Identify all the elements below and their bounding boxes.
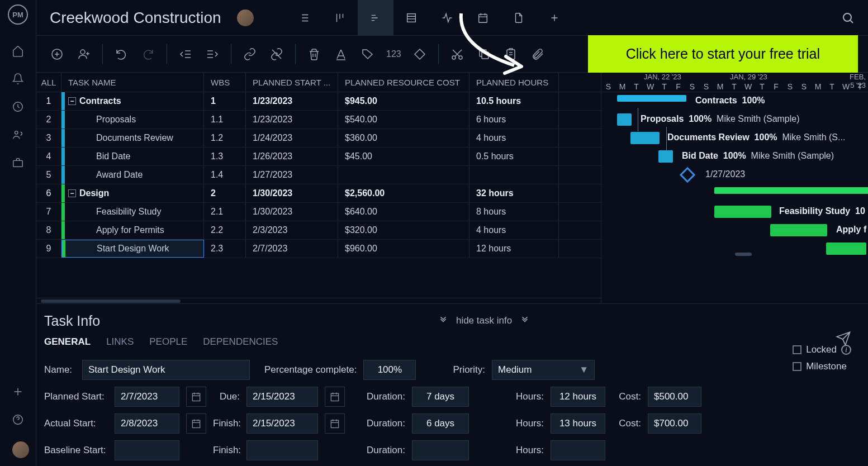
col-wbs[interactable]: WBS [204, 73, 246, 92]
delete-button[interactable] [303, 44, 325, 65]
attach-button[interactable] [527, 44, 548, 65]
collapse-icon[interactable]: − [68, 97, 76, 105]
bhours-input[interactable] [551, 440, 605, 460]
redo-button[interactable] [137, 44, 159, 65]
view-add[interactable] [537, 0, 572, 36]
gantt-day: T [657, 82, 671, 92]
calendar-icon[interactable] [325, 413, 345, 434]
view-calendar[interactable] [465, 0, 501, 36]
bfinish-input[interactable] [246, 440, 318, 460]
calendar-icon[interactable] [325, 387, 345, 407]
task-name: Proposals [96, 115, 136, 125]
view-activity[interactable] [429, 0, 465, 36]
search-icon[interactable] [841, 11, 855, 25]
unlink-button[interactable] [266, 44, 287, 65]
outdent-button[interactable] [175, 44, 196, 65]
project-avatar[interactable] [237, 9, 254, 26]
gantt-day: W [839, 82, 853, 92]
table-row[interactable]: 4Bid Date1.31/26/2023$45.000.5 hours [36, 148, 601, 166]
logo[interactable]: PM [8, 4, 28, 25]
tab-people[interactable]: PEOPLE [149, 336, 187, 348]
col-all[interactable]: ALL [36, 73, 61, 92]
home-icon[interactable] [12, 45, 24, 57]
link-button[interactable] [239, 44, 260, 65]
milestone-checkbox[interactable]: Milestone [793, 361, 851, 372]
svg-rect-16 [331, 420, 338, 427]
hours1-input[interactable] [551, 387, 605, 407]
copy-button[interactable] [473, 44, 495, 65]
col-start[interactable]: PLANNED START ... [246, 73, 338, 92]
table-row[interactable]: 8Apply for Permits2.22/3/2023$320.004 ho… [36, 221, 601, 240]
briefcase-icon[interactable] [12, 156, 24, 169]
add-task-button[interactable] [46, 44, 68, 65]
calendar-icon[interactable] [186, 387, 206, 407]
gantt-day: W [643, 82, 657, 92]
bdur-input[interactable] [412, 440, 469, 460]
chevron-down-icon[interactable] [520, 316, 530, 326]
hours2-input[interactable] [551, 413, 605, 434]
tab-links[interactable]: LINKS [106, 336, 134, 348]
task-name: Contracts [79, 96, 121, 106]
add-user-button[interactable] [73, 44, 94, 65]
h-scrollbar[interactable] [36, 298, 601, 303]
pct-input[interactable] [363, 360, 416, 380]
bstart-input[interactable] [115, 440, 179, 460]
indent-button[interactable] [202, 44, 223, 65]
dur1-input[interactable] [412, 387, 469, 407]
bell-icon[interactable] [12, 73, 24, 85]
dur2-input[interactable] [412, 413, 469, 434]
table-row[interactable]: 7Feasibility Study2.11/30/2023$640.008 h… [36, 203, 601, 221]
milestone-button[interactable] [409, 44, 430, 65]
table-row[interactable]: 1−Contracts11/23/2023$945.0010.5 hours [36, 92, 601, 111]
table-row[interactable]: 3Documents Review1.21/24/2023$360.004 ho… [36, 129, 601, 148]
undo-button[interactable] [111, 44, 132, 65]
gantt-day: F [769, 82, 783, 92]
svg-point-10 [459, 56, 462, 59]
info-icon[interactable]: i [841, 345, 851, 355]
collapse-icon[interactable]: − [68, 189, 76, 197]
view-board[interactable] [322, 0, 358, 36]
cta-button[interactable]: Click here to start your free trial [588, 35, 858, 73]
table-row[interactable]: 2Proposals1.11/23/2023$540.006 hours [36, 111, 601, 129]
paste-button[interactable] [500, 44, 521, 65]
priority-select[interactable]: Medium▼ [492, 360, 595, 380]
users-icon[interactable] [12, 129, 24, 141]
svg-rect-5 [478, 14, 487, 22]
view-sheet[interactable] [393, 0, 429, 36]
text-button[interactable] [330, 44, 352, 65]
table-row[interactable]: 9Start Design Work2.32/7/2023$960.0012 h… [36, 240, 601, 258]
help-icon[interactable] [12, 413, 24, 426]
clock-icon[interactable] [12, 101, 24, 113]
astart-input[interactable] [115, 413, 179, 434]
view-gantt[interactable] [358, 0, 393, 36]
view-file[interactable] [501, 0, 537, 36]
locked-checkbox[interactable]: Lockedi [793, 344, 851, 355]
pstart-input[interactable] [115, 387, 179, 407]
gantt-day: S [783, 82, 797, 92]
col-hours[interactable]: PLANNED HOURS [469, 73, 559, 92]
calendar-icon[interactable] [186, 413, 206, 434]
user-avatar[interactable] [12, 441, 29, 458]
view-list[interactable] [286, 0, 322, 36]
plus-icon[interactable] [12, 386, 24, 398]
cost1-input[interactable] [648, 387, 701, 407]
cut-button[interactable] [447, 44, 468, 65]
gantt-day: T [727, 82, 741, 92]
cost2-input[interactable] [648, 413, 701, 434]
table-row[interactable]: 6−Design21/30/2023$2,560.0032 hours [36, 184, 601, 203]
tag-button[interactable] [357, 44, 378, 65]
col-cost[interactable]: PLANNED RESOURCE COST [338, 73, 469, 92]
gantt-scrollbar[interactable] [735, 253, 752, 256]
chevron-down-icon[interactable] [438, 316, 448, 326]
due-input[interactable] [246, 387, 318, 407]
tab-general[interactable]: GENERAL [44, 336, 91, 348]
tab-dependencies[interactable]: DEPENDENCIES [203, 336, 278, 348]
table-row[interactable]: 5Award Date1.41/27/2023 [36, 166, 601, 184]
finish-input[interactable] [246, 413, 318, 434]
gantt-day: M [615, 82, 629, 92]
name-input[interactable] [82, 360, 250, 380]
gantt-month: JAN, 29 '23 [700, 73, 814, 82]
col-name[interactable]: TASK NAME [61, 73, 204, 92]
svg-rect-11 [482, 52, 488, 59]
hide-task-info[interactable]: hide task info [456, 315, 512, 326]
